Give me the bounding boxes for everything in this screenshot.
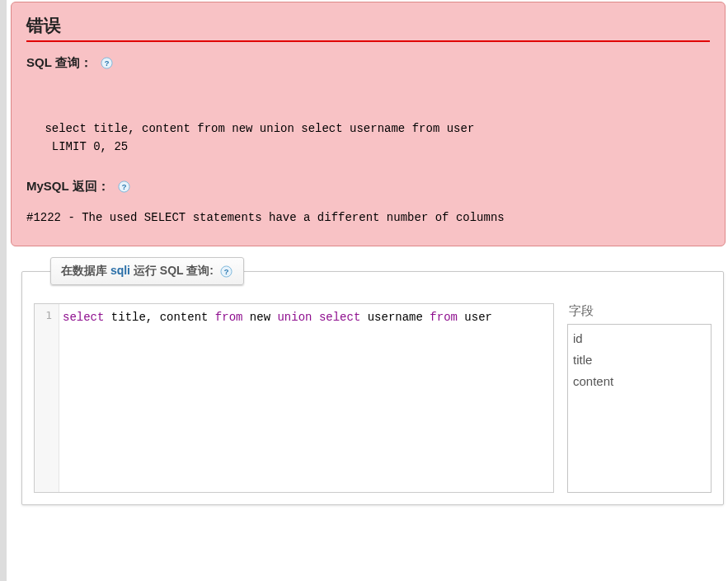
sql-keyword: union (277, 311, 312, 324)
mysql-return-label: MySQL 返回： (26, 179, 110, 194)
list-item[interactable]: id (573, 328, 706, 349)
svg-text:?: ? (122, 183, 127, 191)
error-panel: 错误 SQL 查询： ? select title, content from … (11, 2, 726, 246)
sql-editor[interactable]: 1 select title, content from new union s… (34, 303, 554, 493)
mysql-error-message: #1222 - The used SELECT statements have … (26, 209, 710, 227)
svg-text:?: ? (105, 59, 110, 68)
mysql-return-row: MySQL 返回： ? (26, 179, 710, 194)
sql-token: username (360, 311, 430, 324)
sql-token: new (242, 311, 277, 324)
sql-token: title, content (104, 311, 214, 324)
editor-legend: 在数据库 sqli 运行 SQL 查询: ? (50, 257, 244, 285)
help-icon[interactable]: ? (220, 265, 233, 278)
legend-prefix: 在数据库 (61, 264, 110, 277)
legend-dbname[interactable]: sqli (110, 264, 130, 277)
help-icon[interactable]: ? (118, 180, 131, 194)
error-sql-text: select title, content from new union sel… (38, 120, 710, 156)
help-icon-svg: ? (101, 57, 113, 69)
editor-box: 1 select title, content from new union s… (21, 271, 724, 505)
legend-suffix: 运行 SQL 查询: (130, 264, 214, 277)
sql-token (312, 311, 318, 324)
list-item[interactable]: title (573, 349, 706, 371)
code-body[interactable]: select title, content from new union sel… (59, 304, 553, 492)
help-icon[interactable]: ? (101, 57, 114, 70)
help-icon-svg: ? (118, 180, 130, 193)
line-number: 1 (35, 309, 52, 321)
error-title: 错误 (26, 14, 710, 42)
svg-text:?: ? (224, 267, 229, 275)
sql-token: user (458, 311, 492, 324)
line-gutter: 1 (35, 304, 59, 492)
sql-query-label: SQL 查询： (26, 55, 92, 71)
sql-keyword: select (63, 311, 104, 324)
sql-query-row: SQL 查询： ? (26, 55, 710, 71)
sql-keyword: from (430, 311, 458, 324)
fields-list[interactable]: idtitlecontent (567, 324, 712, 493)
list-item[interactable]: content (573, 371, 706, 392)
sql-keyword: select (319, 311, 360, 324)
fields-label: 字段 (567, 303, 712, 319)
sql-keyword: from (215, 311, 243, 324)
left-gutter (0, 0, 7, 581)
help-icon-svg: ? (220, 265, 232, 278)
